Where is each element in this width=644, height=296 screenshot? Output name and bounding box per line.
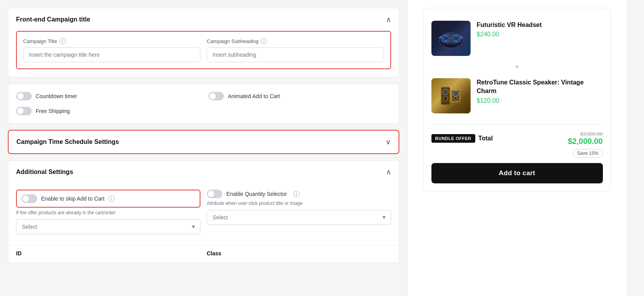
campaign-title-info-icon[interactable]: i	[60, 38, 66, 44]
svg-point-11	[445, 91, 446, 93]
schedule-title: Campaign Time Schedule Settings	[16, 138, 119, 145]
quantity-selector-slider	[207, 190, 222, 198]
additional-settings-title: Additional Settings	[16, 169, 73, 176]
left-panel: Front-end Campaign title ∧ Campaign Titl…	[0, 0, 407, 296]
schedule-section: Campaign Time Schedule Settings ∨	[8, 130, 399, 154]
vr-headset-svg	[437, 27, 465, 50]
additional-content: Enable to skip Add to Cart i If the offe…	[8, 183, 399, 245]
free-shipping-slider	[16, 107, 32, 115]
frontend-campaign-title: Front-end Campaign title	[16, 16, 90, 23]
animated-add-to-cart-label: Animated Add to Cart	[228, 93, 280, 99]
product2-image	[431, 78, 471, 113]
skip-select[interactable]: Select	[16, 219, 200, 234]
svg-rect-6	[450, 36, 452, 40]
svg-point-14	[444, 98, 446, 100]
quantity-selector-container: Enable Quantity Selector i Attribute whe…	[207, 190, 391, 234]
campaign-subheading-input[interactable]	[207, 47, 384, 62]
product1-name: Futuristic VR Headset	[477, 21, 603, 29]
countdown-timer-label: Countdown timer	[36, 93, 77, 99]
schedule-chevron[interactable]: ∨	[386, 138, 391, 146]
campaign-title-label: Campaign Title i	[23, 38, 200, 44]
product1-image	[431, 21, 471, 56]
countdown-timer-toggle[interactable]	[16, 92, 32, 100]
add-to-cart-button[interactable]: Add to cart	[431, 163, 603, 183]
svg-point-5	[453, 36, 459, 41]
additional-toggles-row: Enable to skip Add to Cart i If the offe…	[16, 190, 391, 234]
countdown-timer-row: Countdown timer	[16, 92, 199, 100]
class-label: Class	[207, 250, 391, 257]
id-label: ID	[16, 250, 200, 257]
product2-info: RetroTune Classic Speaker: Vintage Charm…	[477, 78, 603, 104]
skip-add-to-cart-label: Enable to skip Add to Cart	[41, 196, 105, 202]
quantity-selector-label: Enable Quantity Selector	[226, 191, 287, 197]
campaign-title-input[interactable]	[23, 47, 200, 62]
campaign-fields-row: Campaign Title i Campaign Subheading i	[16, 31, 391, 69]
product2-item: RetroTune Classic Speaker: Vintage Charm…	[431, 74, 603, 118]
original-price: $3,000.00	[568, 131, 603, 137]
total-label: Total	[478, 135, 568, 142]
quantity-selector-toggle-box: Enable Quantity Selector i	[207, 190, 391, 198]
preview-card: Futuristic VR Headset $240.00 +	[423, 8, 611, 192]
svg-point-7	[445, 43, 457, 47]
quantity-select-wrapper: Select ▼	[207, 210, 391, 225]
svg-rect-20	[439, 103, 463, 104]
product1-price: $240.00	[477, 31, 603, 38]
countdown-timer-slider	[16, 92, 32, 100]
skip-add-to-cart-toggle[interactable]	[22, 194, 37, 203]
frontend-campaign-section: Front-end Campaign title ∧ Campaign Titl…	[8, 8, 399, 77]
campaign-subheading-group: Campaign Subheading i	[207, 38, 384, 62]
svg-point-17	[454, 92, 457, 95]
frontend-campaign-chevron[interactable]: ∧	[386, 15, 391, 24]
skip-add-to-cart-toggle-box: Enable to skip Add to Cart i	[16, 190, 200, 208]
additional-settings-chevron[interactable]: ∧	[386, 168, 391, 176]
save-badge: Save 15%	[573, 149, 603, 158]
right-panel: Futuristic VR Headset $240.00 +	[407, 0, 626, 296]
features-section: Countdown timer Animated Add to Cart Fre…	[8, 84, 399, 124]
price-group: $3,000.00 $2,000.00	[568, 131, 603, 146]
additional-settings-section: Additional Settings ∧ Enable to skip Add…	[8, 160, 399, 263]
frontend-campaign-header: Front-end Campaign title ∧	[8, 8, 399, 31]
campaign-title-section: Campaign Title i Campaign Subheading i	[8, 31, 399, 77]
skip-add-to-cart-container: Enable to skip Add to Cart i If the offe…	[16, 190, 200, 234]
free-shipping-toggle[interactable]	[16, 107, 32, 115]
quantity-selector-helper: Attribute when user click product title …	[207, 201, 391, 206]
free-shipping-row: Free Shipping	[16, 107, 199, 115]
speaker-svg	[437, 84, 465, 108]
animated-add-to-cart-toggle[interactable]	[208, 92, 224, 100]
divider-plus: +	[431, 61, 603, 74]
product2-name: RetroTune Classic Speaker: Vintage Charm	[477, 78, 603, 96]
skip-add-to-cart-info-icon[interactable]: i	[108, 196, 115, 202]
toggles-section: Countdown timer Animated Add to Cart Fre…	[8, 84, 399, 123]
bundle-footer: BUNDLE OFFER Total $3,000.00 $2,000.00 S…	[431, 124, 603, 183]
animated-add-to-cart-slider	[208, 92, 224, 100]
product1-info: Futuristic VR Headset $240.00	[477, 21, 603, 38]
skip-add-to-cart-slider	[22, 194, 37, 203]
campaign-subheading-info-icon[interactable]: i	[261, 38, 267, 44]
svg-point-4	[443, 36, 449, 41]
schedule-header[interactable]: Campaign Time Schedule Settings ∨	[9, 131, 399, 153]
total-row: BUNDLE OFFER Total $3,000.00 $2,000.00	[431, 131, 603, 146]
skip-add-to-cart-helper: If the offer products are already in the…	[16, 210, 200, 215]
product1-item: Futuristic VR Headset $240.00	[431, 16, 603, 61]
campaign-title-group: Campaign Title i	[23, 38, 200, 62]
additional-settings-header: Additional Settings ∧	[8, 161, 399, 183]
free-shipping-label: Free Shipping	[36, 108, 70, 114]
svg-point-18	[454, 97, 457, 100]
quantity-select[interactable]: Select	[207, 210, 391, 225]
bundle-badge: BUNDLE OFFER	[431, 134, 475, 143]
animated-add-to-cart-row: Animated Add to Cart	[208, 92, 391, 100]
discounted-price: $2,000.00	[568, 137, 603, 146]
product2-price: $120.00	[477, 97, 603, 104]
skip-select-wrapper: Select ▼	[16, 219, 200, 234]
quantity-selector-info-icon[interactable]: i	[293, 191, 299, 197]
id-class-row: ID Class	[8, 245, 399, 263]
quantity-selector-toggle[interactable]	[207, 190, 222, 198]
campaign-subheading-label: Campaign Subheading i	[207, 38, 384, 44]
